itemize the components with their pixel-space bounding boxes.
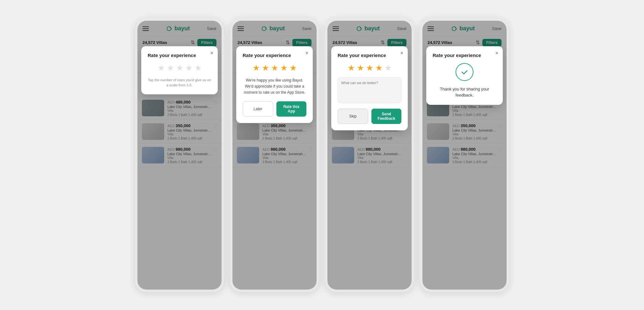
later-button[interactable]: Later (243, 101, 273, 117)
modal-close-button[interactable]: × (210, 51, 213, 56)
star-2[interactable]: ★ (176, 63, 183, 73)
star-1[interactable]: ★ (167, 63, 174, 73)
stars-row: ★★★★★ (243, 63, 306, 73)
feedback-textarea[interactable] (338, 77, 401, 103)
star-3[interactable]: ★ (185, 63, 193, 73)
star-0[interactable]: ★ (252, 63, 260, 73)
modal-overlay: Rate your experience × ★★★★★ Tap the num… (137, 21, 222, 290)
stars-row: ★★★★★ (148, 63, 211, 73)
screens-container: bayut Save 24,572 Villas ⇅ Filters AED 4… (135, 18, 509, 292)
modal-body: We're happy you like using Bayut. We'd a… (243, 77, 306, 96)
stars-row: ★★★★★ (338, 63, 401, 73)
phone-inner-0: bayut Save 24,572 Villas ⇅ Filters AED 4… (137, 21, 222, 290)
success-modal: Rate your experience × Thank you for sha… (426, 46, 503, 105)
feedback-modal: Rate your experience × ★★★★★ Skip Send F… (331, 46, 408, 130)
star-3[interactable]: ★ (280, 63, 288, 73)
star-4[interactable]: ★ (289, 63, 297, 73)
phone-frame-3: bayut Save 24,572 Villas ⇅ Filters AED 4… (420, 18, 509, 292)
skip-button[interactable]: Skip (338, 109, 368, 124)
phone-frame-1: bayut Save 24,572 Villas ⇅ Filters AED 4… (230, 18, 319, 292)
modal-title: Rate your experience (148, 53, 211, 58)
phone-inner-2: bayut Save 24,572 Villas ⇅ Filters AED 4… (327, 21, 412, 290)
phone-inner-1: bayut Save 24,572 Villas ⇅ Filters AED 4… (232, 21, 317, 290)
star-3[interactable]: ★ (375, 63, 383, 73)
star-4[interactable]: ★ (384, 63, 392, 73)
modal-close-button[interactable]: × (400, 51, 403, 56)
modal-hint: Tap the number of stars you'd give us on… (148, 77, 211, 88)
modal-close-button[interactable]: × (495, 51, 498, 56)
star-0[interactable]: ★ (348, 63, 355, 73)
success-icon (456, 63, 473, 81)
star-1[interactable]: ★ (262, 63, 269, 73)
modal-buttons: Later Rate this App (243, 101, 306, 117)
modal-title: Rate your experience (338, 53, 401, 58)
modal-buttons: Skip Send Feedback (338, 109, 401, 124)
success-text: Thank you for sharing your feedback. (433, 86, 496, 98)
modal-close-button[interactable]: × (305, 51, 308, 56)
modal-overlay: Rate your experience × ★★★★★ Skip Send F… (327, 21, 412, 290)
modal-title: Rate your experience (243, 53, 306, 58)
phone-frame-0: bayut Save 24,572 Villas ⇅ Filters AED 4… (135, 18, 224, 292)
rating-modal: Rate your experience × ★★★★★ Tap the num… (141, 46, 218, 94)
star-4[interactable]: ★ (194, 63, 202, 73)
modal-title: Rate your experience (433, 53, 496, 58)
star-1[interactable]: ★ (357, 63, 364, 73)
star-2[interactable]: ★ (271, 63, 278, 73)
send-feedback-button[interactable]: Send Feedback (371, 109, 401, 124)
star-0[interactable]: ★ (157, 63, 165, 73)
phone-inner-3: bayut Save 24,572 Villas ⇅ Filters AED 4… (422, 21, 507, 290)
phone-frame-2: bayut Save 24,572 Villas ⇅ Filters AED 4… (325, 18, 414, 292)
rate-app-button[interactable]: Rate this App (276, 101, 306, 117)
star-2[interactable]: ★ (366, 63, 373, 73)
rating-modal: Rate your experience × ★★★★★ We're happy… (236, 46, 313, 123)
modal-overlay: Rate your experience × ★★★★★ We're happy… (232, 21, 317, 290)
modal-overlay: Rate your experience × Thank you for sha… (422, 21, 507, 290)
